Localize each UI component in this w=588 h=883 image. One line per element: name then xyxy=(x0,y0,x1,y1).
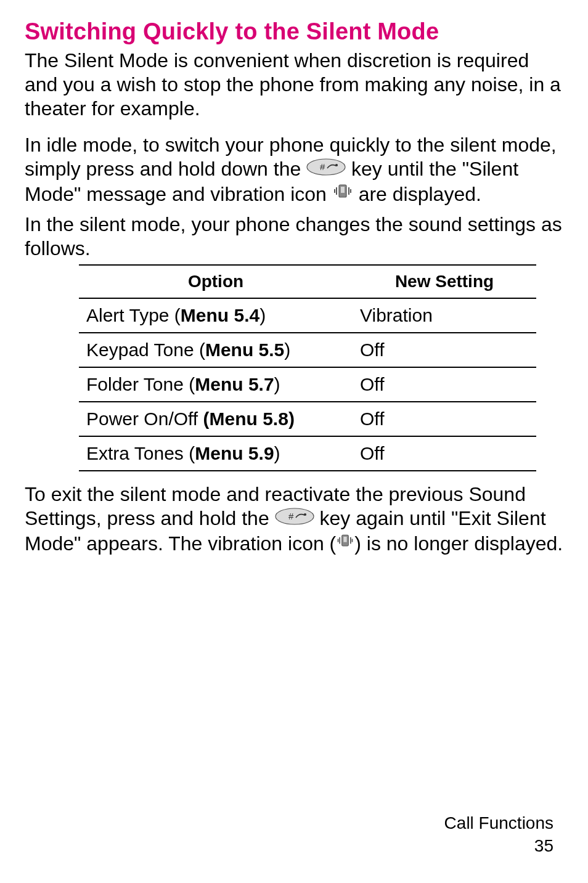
table-cell-value: Off xyxy=(353,367,536,402)
table-row: Keypad Tone (Menu 5.5) Off xyxy=(79,333,536,367)
table-cell-option: Power On/Off (Menu 5.8) xyxy=(79,402,353,436)
table-header-new-setting: New Setting xyxy=(353,265,536,298)
svg-point-0 xyxy=(307,159,345,175)
opt-pre: Folder Tone ( xyxy=(86,374,195,394)
opt-post: ) xyxy=(274,374,280,394)
table-cell-option: Alert Type (Menu 5.4) xyxy=(79,298,353,333)
opt-post: ) xyxy=(259,305,266,325)
opt-pre: Extra Tones ( xyxy=(86,443,195,463)
opt-bold: Menu 5.4 xyxy=(181,305,259,325)
table-cell-value: Vibration xyxy=(353,298,536,333)
svg-text:#: # xyxy=(320,161,325,172)
table-cell-value: Off xyxy=(353,436,536,471)
opt-bold: (Menu 5.8) xyxy=(203,409,295,429)
vibration-icon xyxy=(336,532,354,556)
page: Switching Quickly to the Silent Mode The… xyxy=(0,0,588,883)
svg-point-9 xyxy=(276,508,314,524)
section-heading: Switching Quickly to the Silent Mode xyxy=(25,18,563,45)
opt-pre: Power On/Off xyxy=(86,409,203,429)
svg-point-11 xyxy=(303,513,306,516)
opt-post: ) xyxy=(274,443,280,463)
page-footer: Call Functions 35 xyxy=(444,812,553,857)
opt-post: ) xyxy=(284,340,290,360)
paragraph-enter-silent: In idle mode, to switch your phone quick… xyxy=(25,133,563,209)
footer-page-number: 35 xyxy=(444,835,553,857)
table-cell-option: Folder Tone (Menu 5.7) xyxy=(79,367,353,402)
table-row: Folder Tone (Menu 5.7) Off xyxy=(79,367,536,402)
paragraph-intro: The Silent Mode is convenient when discr… xyxy=(25,49,563,121)
table-cell-value: Off xyxy=(353,402,536,436)
opt-bold: Menu 5.5 xyxy=(205,340,284,360)
table-row: Extra Tones (Menu 5.9) Off xyxy=(79,436,536,471)
settings-table-wrapper: Option New Setting Alert Type (Menu 5.4)… xyxy=(79,264,563,471)
paragraph-exit-silent: To exit the silent mode and reactivate t… xyxy=(25,482,563,557)
footer-section-title: Call Functions xyxy=(444,812,553,834)
table-header-row: Option New Setting xyxy=(79,265,536,298)
hash-key-icon: # xyxy=(275,507,314,531)
svg-text:#: # xyxy=(288,511,294,521)
opt-pre: Alert Type ( xyxy=(86,305,181,325)
svg-rect-4 xyxy=(341,187,345,193)
paragraph-table-intro: In the silent mode, your phone changes t… xyxy=(25,213,563,261)
table-header-option: Option xyxy=(79,265,353,298)
paragraph-enter-silent-c: are displayed. xyxy=(359,183,481,205)
opt-bold: Menu 5.7 xyxy=(195,374,274,394)
hash-key-icon: # xyxy=(306,157,346,181)
svg-point-2 xyxy=(335,164,338,166)
table-row: Power On/Off (Menu 5.8) Off xyxy=(79,402,536,436)
table-cell-value: Off xyxy=(353,333,536,367)
table-row: Alert Type (Menu 5.4) Vibration xyxy=(79,298,536,333)
opt-bold: Menu 5.9 xyxy=(195,443,274,463)
vibration-icon xyxy=(332,181,353,208)
settings-table: Option New Setting Alert Type (Menu 5.4)… xyxy=(79,264,536,471)
paragraph-exit-silent-c: ) is no longer displayed. xyxy=(354,532,563,555)
table-cell-option: Keypad Tone (Menu 5.5) xyxy=(79,333,353,367)
table-cell-option: Extra Tones (Menu 5.9) xyxy=(79,436,353,471)
opt-pre: Keypad Tone ( xyxy=(86,340,205,360)
svg-rect-13 xyxy=(344,537,347,542)
